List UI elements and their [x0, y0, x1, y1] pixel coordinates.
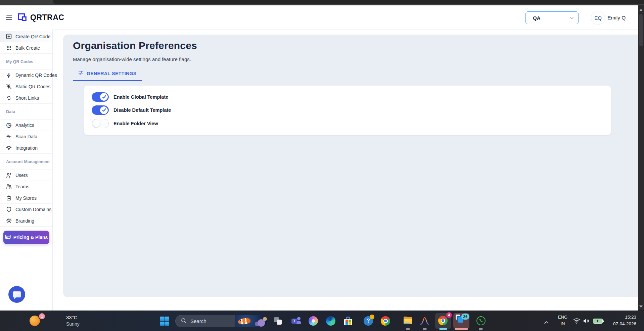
tray-overflow-chevron-icon[interactable] — [544, 319, 549, 325]
sidebar-section-my-qr-codes: My QR Codes — [0, 54, 52, 70]
whatsapp-icon[interactable] — [476, 316, 486, 326]
sidebar-item-label: Branding — [15, 218, 34, 224]
taskbar-clock[interactable]: 15:23 07-04-2026 — [613, 314, 636, 328]
tab-general-settings[interactable]: GENERAL SETTINGS — [73, 69, 142, 81]
edge-browser-icon[interactable] — [326, 316, 336, 326]
user-plus-icon — [6, 173, 12, 178]
main-content-panel: Organisation Preferences Manage organisa… — [63, 35, 638, 297]
wifi-icon[interactable] — [573, 318, 581, 325]
sun-icon — [6, 218, 12, 224]
pricing-plans-button[interactable]: Pricing & Plans — [3, 231, 49, 244]
running-indicator — [423, 328, 427, 330]
sidebar-item-my-stores[interactable]: My Stores — [0, 192, 52, 204]
user-avatar[interactable]: EQ — [591, 11, 605, 25]
toggle-enable-global-template[interactable] — [92, 92, 109, 102]
sidebar-item-label: Short Links — [15, 95, 39, 101]
microsoft-store-icon[interactable] — [343, 316, 353, 326]
shield-icon — [6, 206, 12, 212]
sidebar: Create QR Code Bulk Create My QR Codes D… — [0, 30, 53, 311]
get-help-icon[interactable]: ? — [363, 316, 373, 326]
active-indicator-outlook — [455, 328, 468, 330]
bell-curve-app-icon[interactable] — [420, 316, 430, 326]
sidebar-item-short-links[interactable]: Short Links — [0, 92, 52, 104]
sidebar-item-users[interactable]: Users — [0, 170, 52, 181]
teams-icon[interactable]: T — [291, 316, 301, 326]
sidebar-item-scan-data[interactable]: Scan Data — [0, 131, 52, 142]
clock-date: 07-04-2026 — [613, 321, 636, 327]
windows-taskbar: 1 33°C Sunny Search T ? — [0, 311, 644, 331]
search-placeholder: Search — [190, 318, 206, 324]
toggle-knob — [100, 106, 108, 114]
sidebar-item-label: Custom Domains — [15, 207, 51, 212]
sidebar-item-analytics[interactable]: Analytics — [0, 120, 52, 131]
app-window: QRTRAC QA EQ Emily Q Create QR Code Bulk… — [0, 5, 638, 311]
sidebar-item-create-qr-code[interactable]: Create QR Code — [0, 31, 52, 42]
search-highlight-image — [235, 315, 268, 327]
shopping-bag-icon — [6, 195, 12, 201]
setting-row: Disable Default Template — [92, 104, 611, 117]
chat-widget-button[interactable] — [8, 286, 25, 303]
hamburger-menu-icon[interactable] — [6, 15, 12, 20]
chat-bubble-icon — [13, 291, 21, 297]
sidebar-section-data: Data — [0, 104, 52, 120]
sidebar-item-label: Static QR Codes — [15, 84, 50, 89]
chrome-profile-badge: A — [446, 312, 452, 318]
copilot-icon[interactable] — [308, 316, 318, 326]
weather-condition: Sunny — [66, 321, 80, 327]
volume-icon[interactable] — [583, 318, 590, 325]
toggle-enable-folder-view[interactable] — [92, 119, 109, 128]
toggle-disable-default-template[interactable] — [92, 105, 109, 115]
running-indicator — [479, 328, 483, 330]
org-selector-value: QA — [533, 15, 541, 21]
user-name: Emily Q — [607, 15, 626, 21]
qrtrac-logo-icon — [17, 12, 28, 22]
sidebar-item-custom-domains[interactable]: Custom Domains — [0, 204, 52, 215]
clock-time: 15:23 — [613, 314, 636, 321]
start-button[interactable] — [160, 317, 169, 326]
sidebar-item-branding[interactable]: Branding — [0, 215, 52, 227]
sidebar-item-label: My Stores — [15, 195, 37, 201]
settings-card: Enable Global Template Disable Default T… — [84, 85, 611, 135]
page-scrollbar[interactable] — [638, 5, 644, 311]
chrome-icon[interactable] — [380, 316, 390, 326]
browser-tab-shadow — [53, 0, 644, 4]
users-group-icon — [6, 184, 12, 189]
sidebar-item-bulk-create[interactable]: Bulk Create — [0, 42, 52, 54]
scroll-up-arrow-icon[interactable] — [639, 9, 643, 11]
plus-square-icon — [6, 34, 12, 39]
sidebar-item-label: Bulk Create — [15, 45, 40, 51]
file-explorer-icon[interactable] — [403, 316, 413, 326]
lightning-bolt-icon — [6, 73, 12, 78]
app-header: QRTRAC QA EQ Emily Q — [0, 5, 638, 30]
sidebar-item-label: Teams — [15, 184, 29, 189]
setting-label: Enable Folder View — [113, 121, 158, 126]
chevron-down-icon — [570, 15, 573, 21]
sidebar-item-label: Users — [15, 173, 28, 178]
scroll-down-arrow-icon[interactable] — [639, 305, 643, 308]
scrollbar-thumb[interactable] — [639, 14, 643, 46]
sidebar-item-dynamic-qr-codes[interactable]: Dynamic QR Codes — [0, 69, 52, 81]
page-subtitle: Manage organisation-wide settings and fe… — [73, 56, 638, 62]
outlook-active-icon[interactable]: 26 — [453, 313, 469, 329]
activity-wave-icon — [6, 134, 12, 139]
active-indicator-chrome — [439, 328, 447, 330]
battery-charging-icon[interactable] — [593, 319, 603, 324]
org-selector-dropdown[interactable]: QA — [525, 11, 579, 24]
sidebar-item-teams[interactable]: Teams — [0, 181, 52, 192]
brand-title: QRTRAC — [30, 13, 64, 22]
running-indicator — [406, 328, 410, 330]
credit-card-icon — [5, 234, 11, 241]
outlook-unread-badge: 26 — [461, 314, 469, 320]
sidebar-item-static-qr-codes[interactable]: Static QR Codes — [0, 81, 52, 92]
language-indicator[interactable]: ENG IN — [555, 314, 571, 327]
desktop-screen: QRTRAC QA EQ Emily Q Create QR Code Bulk… — [0, 0, 644, 331]
sidebar-item-label: Integration — [15, 145, 38, 151]
pie-chart-icon — [6, 123, 12, 128]
lightbulb-icon — [6, 145, 12, 151]
lightning-bolt-off-icon — [6, 84, 12, 89]
sidebar-item-integration[interactable]: Integration — [0, 142, 52, 154]
chrome-active-icon[interactable]: A — [435, 313, 451, 329]
taskbar-search[interactable]: Search — [175, 315, 268, 327]
task-view-icon[interactable] — [273, 316, 283, 326]
notification-dot — [370, 315, 374, 319]
